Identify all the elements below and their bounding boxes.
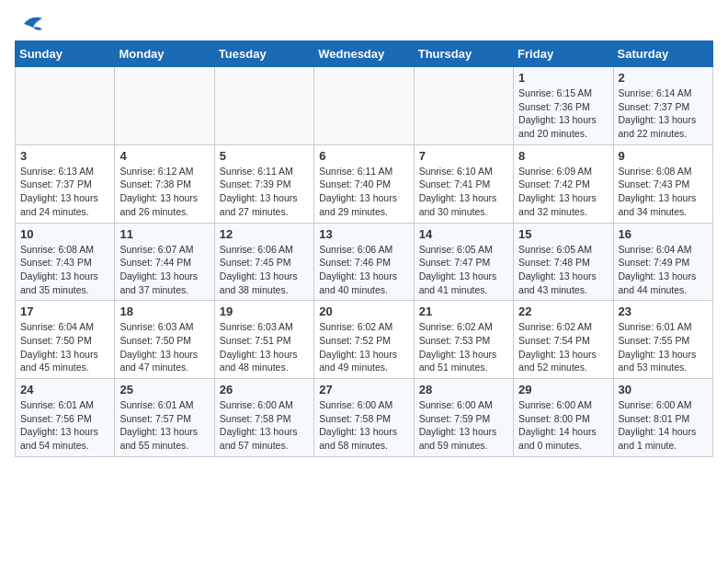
day-number: 24: [20, 383, 109, 396]
calendar-cell: 4Sunrise: 6:12 AM Sunset: 7:38 PM Daylig…: [115, 144, 214, 223]
weekday-header: Thursday: [414, 41, 513, 67]
calendar-cell: [314, 67, 414, 145]
day-number: 3: [20, 149, 109, 163]
day-info: Sunrise: 6:08 AM Sunset: 7:43 PM Dayligh…: [619, 165, 708, 219]
weekday-header: Tuesday: [214, 41, 313, 67]
calendar-cell: 11Sunrise: 6:07 AM Sunset: 7:44 PM Dayli…: [115, 223, 214, 301]
day-info: Sunrise: 6:03 AM Sunset: 7:50 PM Dayligh…: [119, 320, 209, 374]
calendar-cell: 19Sunrise: 6:03 AM Sunset: 7:51 PM Dayli…: [214, 301, 313, 379]
calendar-cell: 21Sunrise: 6:02 AM Sunset: 7:53 PM Dayli…: [414, 301, 513, 379]
calendar-table: SundayMondayTuesdayWednesdayThursdayFrid…: [15, 40, 713, 457]
day-info: Sunrise: 6:00 AM Sunset: 8:01 PM Dayligh…: [619, 398, 708, 453]
weekday-header: Wednesday: [314, 41, 414, 67]
day-number: 18: [119, 304, 209, 318]
calendar-cell: 23Sunrise: 6:01 AM Sunset: 7:55 PM Dayli…: [613, 301, 712, 379]
calendar-cell: [115, 67, 214, 145]
day-info: Sunrise: 6:01 AM Sunset: 7:56 PM Dayligh…: [20, 398, 109, 453]
calendar-week-row: 17Sunrise: 6:04 AM Sunset: 7:50 PM Dayli…: [16, 301, 713, 379]
day-info: Sunrise: 6:08 AM Sunset: 7:43 PM Dayligh…: [20, 243, 109, 297]
day-info: Sunrise: 6:01 AM Sunset: 7:55 PM Dayligh…: [619, 320, 708, 374]
logo: [15, 15, 46, 29]
day-info: Sunrise: 6:03 AM Sunset: 7:51 PM Dayligh…: [220, 320, 309, 374]
day-number: 22: [518, 304, 608, 318]
calendar-cell: 27Sunrise: 6:00 AM Sunset: 7:58 PM Dayli…: [314, 379, 414, 457]
day-info: Sunrise: 6:05 AM Sunset: 7:47 PM Dayligh…: [419, 243, 508, 297]
day-number: 19: [220, 304, 309, 318]
weekday-header: Monday: [115, 41, 214, 67]
weekday-header: Sunday: [16, 41, 115, 67]
day-info: Sunrise: 6:02 AM Sunset: 7:52 PM Dayligh…: [319, 320, 408, 374]
day-number: 14: [419, 227, 508, 241]
calendar-cell: 20Sunrise: 6:02 AM Sunset: 7:52 PM Dayli…: [314, 301, 414, 379]
calendar-cell: 30Sunrise: 6:00 AM Sunset: 8:01 PM Dayli…: [613, 379, 712, 457]
day-number: 8: [518, 149, 608, 163]
day-info: Sunrise: 6:14 AM Sunset: 7:37 PM Dayligh…: [619, 86, 708, 141]
day-number: 6: [319, 149, 408, 163]
calendar-cell: [214, 67, 313, 145]
day-info: Sunrise: 6:09 AM Sunset: 7:42 PM Dayligh…: [518, 165, 608, 219]
day-info: Sunrise: 6:05 AM Sunset: 7:48 PM Dayligh…: [518, 243, 608, 297]
day-info: Sunrise: 6:04 AM Sunset: 7:49 PM Dayligh…: [619, 243, 708, 297]
day-number: 11: [119, 227, 209, 241]
weekday-header: Friday: [514, 41, 613, 67]
day-number: 30: [619, 383, 708, 396]
calendar-cell: 3Sunrise: 6:13 AM Sunset: 7:37 PM Daylig…: [16, 144, 115, 223]
day-info: Sunrise: 6:00 AM Sunset: 7:59 PM Dayligh…: [419, 398, 508, 453]
weekday-header: Saturday: [613, 41, 712, 67]
calendar-cell: 10Sunrise: 6:08 AM Sunset: 7:43 PM Dayli…: [16, 223, 115, 301]
calendar-cell: 15Sunrise: 6:05 AM Sunset: 7:48 PM Dayli…: [514, 223, 613, 301]
day-number: 7: [419, 149, 508, 163]
day-number: 28: [419, 383, 508, 396]
day-info: Sunrise: 6:02 AM Sunset: 7:54 PM Dayligh…: [518, 320, 608, 374]
day-info: Sunrise: 6:00 AM Sunset: 7:58 PM Dayligh…: [220, 398, 309, 453]
day-number: 10: [20, 227, 109, 241]
day-number: 23: [619, 304, 708, 318]
calendar-week-row: 24Sunrise: 6:01 AM Sunset: 7:56 PM Dayli…: [16, 379, 713, 457]
day-number: 17: [20, 304, 109, 318]
day-info: Sunrise: 6:10 AM Sunset: 7:41 PM Dayligh…: [419, 165, 508, 219]
calendar-cell: 5Sunrise: 6:11 AM Sunset: 7:39 PM Daylig…: [214, 144, 313, 223]
day-info: Sunrise: 6:13 AM Sunset: 7:37 PM Dayligh…: [20, 165, 109, 219]
day-number: 9: [619, 149, 708, 163]
day-number: 27: [319, 383, 408, 396]
day-number: 4: [119, 149, 209, 163]
day-number: 5: [220, 149, 309, 163]
day-info: Sunrise: 6:12 AM Sunset: 7:38 PM Dayligh…: [119, 165, 209, 219]
calendar-cell: 1Sunrise: 6:15 AM Sunset: 7:36 PM Daylig…: [514, 67, 613, 145]
day-info: Sunrise: 6:00 AM Sunset: 8:00 PM Dayligh…: [518, 398, 608, 453]
day-info: Sunrise: 6:00 AM Sunset: 7:58 PM Dayligh…: [319, 398, 408, 453]
day-number: 25: [119, 383, 209, 396]
calendar-cell: 14Sunrise: 6:05 AM Sunset: 7:47 PM Dayli…: [414, 223, 513, 301]
day-info: Sunrise: 6:06 AM Sunset: 7:46 PM Dayligh…: [319, 243, 408, 297]
calendar-cell: 12Sunrise: 6:06 AM Sunset: 7:45 PM Dayli…: [214, 223, 313, 301]
calendar-cell: 22Sunrise: 6:02 AM Sunset: 7:54 PM Dayli…: [514, 301, 613, 379]
day-number: 1: [518, 71, 608, 85]
calendar-cell: [414, 67, 513, 145]
calendar-cell: 29Sunrise: 6:00 AM Sunset: 8:00 PM Dayli…: [514, 379, 613, 457]
day-info: Sunrise: 6:04 AM Sunset: 7:50 PM Dayligh…: [20, 320, 109, 374]
calendar-cell: 16Sunrise: 6:04 AM Sunset: 7:49 PM Dayli…: [613, 223, 712, 301]
day-info: Sunrise: 6:01 AM Sunset: 7:57 PM Dayligh…: [119, 398, 209, 453]
day-info: Sunrise: 6:07 AM Sunset: 7:44 PM Dayligh…: [119, 243, 209, 297]
day-info: Sunrise: 6:02 AM Sunset: 7:53 PM Dayligh…: [419, 320, 508, 374]
day-number: 12: [220, 227, 309, 241]
page-header: [15, 15, 713, 29]
calendar-cell: 28Sunrise: 6:00 AM Sunset: 7:59 PM Dayli…: [414, 379, 513, 457]
day-number: 13: [319, 227, 408, 241]
calendar-week-row: 1Sunrise: 6:15 AM Sunset: 7:36 PM Daylig…: [16, 67, 713, 145]
day-number: 16: [619, 227, 708, 241]
calendar-cell: 8Sunrise: 6:09 AM Sunset: 7:42 PM Daylig…: [514, 144, 613, 223]
calendar-body: 1Sunrise: 6:15 AM Sunset: 7:36 PM Daylig…: [16, 67, 713, 457]
day-info: Sunrise: 6:11 AM Sunset: 7:39 PM Dayligh…: [220, 165, 309, 219]
day-number: 15: [518, 227, 608, 241]
calendar-cell: 7Sunrise: 6:10 AM Sunset: 7:41 PM Daylig…: [414, 144, 513, 223]
day-number: 2: [619, 71, 708, 85]
logo-bird-icon: [17, 15, 46, 35]
calendar-cell: 25Sunrise: 6:01 AM Sunset: 7:57 PM Dayli…: [115, 379, 214, 457]
calendar-cell: 2Sunrise: 6:14 AM Sunset: 7:37 PM Daylig…: [613, 67, 712, 145]
calendar-cell: 13Sunrise: 6:06 AM Sunset: 7:46 PM Dayli…: [314, 223, 414, 301]
day-number: 21: [419, 304, 508, 318]
day-number: 26: [220, 383, 309, 396]
day-number: 20: [319, 304, 408, 318]
calendar-cell: 17Sunrise: 6:04 AM Sunset: 7:50 PM Dayli…: [16, 301, 115, 379]
